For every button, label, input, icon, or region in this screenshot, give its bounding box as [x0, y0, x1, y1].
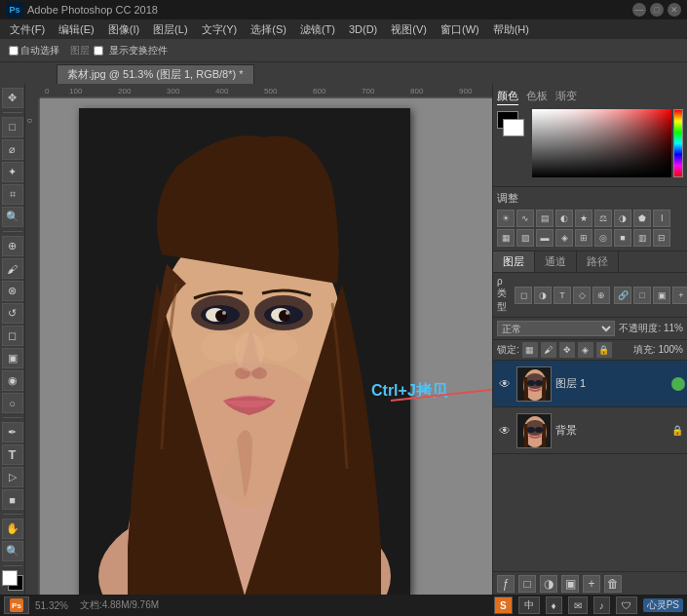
- show-controls-checkbox[interactable]: [94, 46, 103, 56]
- layer-row-background[interactable]: 👁 背景 🔒: [493, 407, 687, 454]
- eraser-tool[interactable]: ◻: [2, 326, 23, 346]
- lock-transparent-btn[interactable]: ▦: [522, 342, 538, 358]
- adj-posterize[interactable]: ▦: [497, 229, 515, 247]
- adj-levels[interactable]: ▤: [536, 210, 553, 227]
- menu-filter[interactable]: 滤镜(T): [294, 20, 341, 39]
- filter-shape[interactable]: ◇: [573, 287, 591, 304]
- maximize-button[interactable]: □: [650, 3, 664, 17]
- link-layers-btn[interactable]: 🔗: [614, 287, 631, 304]
- menu-view[interactable]: 视图(V): [385, 20, 433, 39]
- adj-photofilter[interactable]: ⬟: [633, 210, 651, 227]
- adj-selective[interactable]: ◈: [555, 229, 573, 247]
- marquee-tool[interactable]: □: [2, 117, 23, 137]
- filter-text[interactable]: T: [553, 287, 571, 304]
- hue-slider[interactable]: [673, 109, 683, 177]
- adj-pattern[interactable]: ⊟: [653, 229, 670, 247]
- layer-styles-btn[interactable]: ƒ: [497, 575, 515, 593]
- new-group-btn[interactable]: ▣: [653, 287, 670, 304]
- adj-curves[interactable]: ∿: [516, 210, 534, 227]
- background-picker[interactable]: [503, 119, 524, 136]
- new-fill-layer-btn[interactable]: ◑: [540, 575, 557, 593]
- blend-mode-select[interactable]: 正常: [497, 321, 615, 336]
- healing-brush-tool[interactable]: ⊕: [2, 236, 23, 256]
- notification-icon[interactable]: ✉: [568, 597, 588, 614]
- quick-select-tool[interactable]: ✦: [2, 162, 23, 182]
- adj-gradientfill[interactable]: ▥: [633, 229, 651, 247]
- ps-taskbar-item[interactable]: Ps: [4, 597, 29, 614]
- auto-select-btn[interactable]: 自动选择: [4, 42, 64, 59]
- add-layer-mask-btn[interactable]: □: [518, 575, 536, 593]
- title-bar-controls[interactable]: — □ ✕: [632, 3, 681, 17]
- layer-1-visibility-toggle[interactable]: 👁: [497, 376, 513, 392]
- lasso-tool[interactable]: ⌀: [2, 139, 23, 160]
- gradient-tool[interactable]: ▣: [2, 348, 23, 368]
- history-brush-tool[interactable]: ↺: [2, 303, 23, 324]
- adj-channel[interactable]: Ⅰ: [653, 210, 670, 227]
- channels-tab[interactable]: 通道: [535, 251, 577, 272]
- hand-tool[interactable]: ✋: [2, 519, 23, 539]
- paths-tab[interactable]: 路径: [577, 251, 619, 272]
- background-visibility-toggle[interactable]: 👁: [497, 423, 513, 439]
- dodge-tool[interactable]: ○: [2, 393, 23, 413]
- shape-tool[interactable]: ■: [2, 489, 23, 510]
- adj-threshold[interactable]: ▧: [516, 229, 534, 247]
- close-button[interactable]: ✕: [668, 3, 681, 17]
- crop-tool[interactable]: ⌗: [2, 184, 23, 205]
- menu-image[interactable]: 图像(I): [102, 20, 145, 39]
- speaker-icon[interactable]: ♪: [593, 597, 610, 614]
- swatches-tab[interactable]: 色板: [526, 88, 548, 105]
- input-method-icon[interactable]: S: [494, 597, 513, 614]
- new-layer-btn-footer[interactable]: +: [583, 575, 600, 593]
- auto-select-checkbox[interactable]: [9, 46, 19, 56]
- adj-gradient-map[interactable]: ▬: [536, 229, 553, 247]
- text-tool[interactable]: T: [2, 444, 23, 465]
- menu-select[interactable]: 选择(S): [245, 20, 292, 39]
- menu-layer[interactable]: 图层(L): [147, 20, 193, 39]
- delete-layer-btn[interactable]: 🗑: [604, 575, 622, 593]
- filter-smart[interactable]: ⊕: [592, 287, 610, 304]
- adj-colorbalance[interactable]: ⚖: [594, 210, 612, 227]
- filter-adjustment[interactable]: ◑: [534, 287, 552, 304]
- gradient-tab[interactable]: 渐变: [555, 88, 577, 105]
- menu-edit[interactable]: 编辑(E): [53, 20, 100, 39]
- filter-pixel[interactable]: ◻: [515, 287, 532, 304]
- clone-stamp-tool[interactable]: ⊗: [2, 281, 23, 301]
- menu-3d[interactable]: 3D(D): [343, 21, 383, 37]
- adj-solidcolor[interactable]: ■: [614, 229, 631, 247]
- layer-row-1[interactable]: 👁 图层 1: [493, 361, 687, 407]
- eyedropper-tool[interactable]: 🔍: [2, 207, 23, 227]
- network-icon[interactable]: ♦: [546, 597, 562, 614]
- menu-help[interactable]: 帮助(H): [487, 20, 535, 39]
- adj-brightness[interactable]: ☀: [497, 210, 515, 227]
- lock-all-btn[interactable]: 🔒: [596, 342, 612, 358]
- layers-tab[interactable]: 图层: [493, 251, 535, 272]
- menu-file[interactable]: 文件(F): [4, 20, 51, 39]
- adj-hsl[interactable]: ◐: [555, 210, 573, 227]
- menu-window[interactable]: 窗口(W): [435, 20, 485, 39]
- blur-tool[interactable]: ◉: [2, 370, 23, 391]
- brush-tool[interactable]: 🖌: [2, 258, 23, 279]
- new-layer-btn[interactable]: +: [672, 287, 687, 304]
- color-gradient-box[interactable]: [532, 109, 671, 177]
- adj-invert[interactable]: ⊞: [575, 229, 592, 247]
- security-icon[interactable]: 🛡: [616, 597, 637, 614]
- menu-text[interactable]: 文字(Y): [196, 20, 244, 39]
- canvas-content[interactable]: Ctrl+J拷贝: [40, 98, 492, 595]
- chinese-input-icon[interactable]: 中: [518, 597, 540, 614]
- file-tab[interactable]: 素材.jpg @ 51.3% (图层 1, RGB/8*) *: [57, 64, 254, 84]
- color-swatch[interactable]: [2, 570, 23, 591]
- lock-position-btn[interactable]: ✥: [559, 342, 575, 358]
- lock-artboard-btn[interactable]: ◈: [578, 342, 593, 358]
- adj-vibrance[interactable]: ★: [575, 210, 592, 227]
- pen-tool[interactable]: ✒: [2, 422, 23, 443]
- color-tab[interactable]: 颜色: [497, 88, 518, 105]
- add-mask-btn[interactable]: □: [633, 287, 651, 304]
- new-group-btn-footer[interactable]: ▣: [561, 575, 579, 593]
- move-tool[interactable]: ✥: [2, 88, 23, 108]
- minimize-button[interactable]: —: [632, 3, 646, 17]
- adj-exposure[interactable]: ◎: [594, 229, 612, 247]
- lock-image-btn[interactable]: 🖌: [541, 342, 556, 358]
- zoom-tool[interactable]: 🔍: [2, 541, 23, 561]
- adj-bw[interactable]: ◑: [614, 210, 631, 227]
- foreground-color-swatch[interactable]: [2, 570, 18, 586]
